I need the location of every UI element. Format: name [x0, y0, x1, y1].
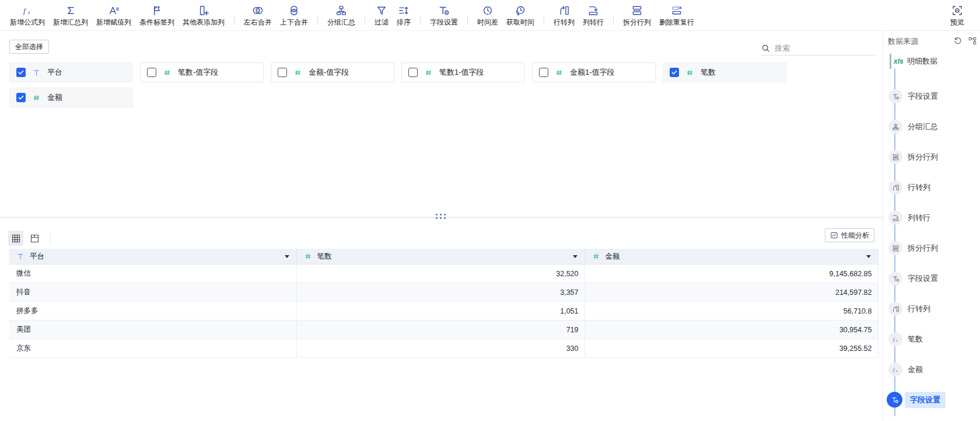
field-chip[interactable]: 笔数	[663, 62, 786, 82]
table-cell: 719	[296, 321, 584, 339]
field-chip-label: 笔数	[701, 67, 716, 78]
flow-step-col-to-row[interactable]: 列转行	[883, 210, 980, 225]
toolbar-item-label: 分组汇总	[327, 19, 355, 26]
table-cell: 9,145,682.85	[584, 265, 878, 283]
toolbar-item-label: 排序	[397, 19, 411, 26]
datasource-title: 数据来源	[888, 36, 918, 47]
flow-step-label: 拆分行列	[908, 152, 938, 162]
flow-step-formula[interactable]: fx金额	[883, 362, 980, 377]
column-header[interactable]: 笔数	[296, 249, 584, 265]
column-dropdown-caret-icon[interactable]	[866, 255, 871, 258]
search-input[interactable]	[775, 44, 876, 53]
toolbar-item-label: 新增赋值列	[96, 19, 131, 26]
toolbar-item-split-rc[interactable]: 拆分行列	[619, 3, 655, 28]
flow-step-label: 拆分行列	[908, 243, 938, 253]
column-header-label: 平台	[30, 252, 44, 262]
field-checkbox[interactable]	[278, 68, 287, 77]
toolbar-item-merge-lr[interactable]: 左右合并	[240, 3, 276, 28]
column-header[interactable]: 平台	[9, 249, 296, 265]
field-chip-label: 金额-值字段	[309, 67, 349, 78]
flow-step-split-rc[interactable]: 拆分行列	[883, 149, 980, 165]
view-toggle-grid-view[interactable]	[8, 231, 23, 246]
hash-icon	[293, 68, 302, 77]
preview-button[interactable]: 预览	[946, 3, 968, 28]
field-settings-icon	[888, 272, 902, 286]
field-selection-pane: 全部选择 平台笔数-值字段金额-值字段笔数1-值字段金额1-值字段笔数金额	[0, 31, 883, 217]
field-checkbox[interactable]	[16, 93, 26, 102]
table-cell: 30,954.75	[584, 321, 878, 339]
toolbar-item-get-time[interactable]: 获取时间	[502, 3, 538, 28]
split-rc-icon	[888, 241, 902, 255]
flow-step-label: 金额	[908, 364, 923, 375]
drag-handle-icon[interactable]	[436, 214, 446, 219]
performance-analysis-button[interactable]: 性能分析	[825, 228, 874, 242]
flow-step-field-settings[interactable]: 字段设置	[883, 392, 980, 408]
toolbar-separator	[234, 16, 235, 25]
formula-icon: fx	[888, 363, 902, 377]
table-cell: 拼多多	[9, 302, 296, 321]
field-checkbox[interactable]	[670, 68, 679, 77]
grid-view-icon	[11, 234, 21, 243]
toolbar-separator	[613, 16, 614, 25]
toolbar-item-field-settings[interactable]: 字段设置	[426, 3, 462, 28]
toolbar-item-label: 拆分行列	[623, 19, 651, 26]
toolbar-item-merge-tb[interactable]: 上下合并	[276, 3, 312, 28]
field-chip-list: 平台笔数-值字段金额-值字段笔数1-值字段金额1-值字段笔数金额	[9, 62, 803, 107]
toolbar-item-assign[interactable]: 新增赋值列	[92, 3, 135, 28]
flow-step-group-agg[interactable]: 分组汇总	[883, 119, 980, 134]
toolbar-item-col-to-row[interactable]: 列转行	[579, 3, 608, 28]
toolbar-item-filter[interactable]: 过滤	[370, 3, 393, 28]
field-chip[interactable]: 笔数-值字段	[140, 62, 264, 82]
col-to-row-icon	[587, 5, 599, 17]
flow-step-row-to-col[interactable]: 行转列	[883, 301, 980, 316]
view-toggle-layout-view[interactable]	[27, 231, 42, 246]
column-dropdown-caret-icon[interactable]	[285, 255, 289, 258]
field-chip-label: 笔数1-值字段	[439, 67, 484, 78]
field-checkbox[interactable]	[16, 68, 26, 77]
flow-step-field-settings[interactable]: 字段设置	[883, 271, 980, 286]
toolbar-item-add-column[interactable]: 其他表添加列	[178, 3, 229, 28]
column-dropdown-caret-icon[interactable]	[573, 255, 578, 258]
column-header[interactable]: 金额	[584, 249, 878, 265]
toolbar-item-label: 删除重复行	[659, 19, 694, 26]
flow-step-row-to-col[interactable]: 行转列	[883, 180, 980, 195]
toolbar-item-label: 获取时间	[506, 19, 534, 26]
flow-step-source[interactable]: xls明细数据	[883, 54, 980, 69]
flow-step-label: 列转行	[908, 213, 930, 223]
field-chip[interactable]: 金额-值字段	[271, 62, 394, 82]
svg-text:x: x	[27, 9, 30, 15]
sort-icon	[398, 5, 410, 17]
field-settings-icon	[888, 89, 902, 103]
toolbar-item-sum[interactable]: 新增汇总列	[49, 3, 92, 28]
history-icon[interactable]	[953, 36, 963, 46]
toolbar-item-flag[interactable]: 条件标签列	[135, 3, 178, 28]
field-checkbox[interactable]	[539, 68, 548, 77]
hash-icon	[555, 68, 564, 77]
toolbar-item-group-agg[interactable]: 分组汇总	[323, 3, 359, 28]
field-chip[interactable]: 金额	[9, 88, 133, 107]
field-chip[interactable]: 笔数1-值字段	[401, 62, 525, 82]
toolbar-separator	[50, 232, 51, 244]
select-all-button[interactable]: 全部选择	[9, 40, 49, 54]
preview-label: 预览	[950, 19, 964, 26]
field-chip[interactable]: 平台	[9, 62, 133, 82]
branch-icon[interactable]	[968, 36, 977, 46]
toolbar-item-dedup[interactable]: 删除重复行	[655, 3, 698, 28]
split-rc-icon	[888, 150, 902, 164]
field-checkbox[interactable]	[147, 68, 156, 77]
field-checkbox[interactable]	[408, 68, 418, 77]
toolbar-item-row-to-col[interactable]: 行转列	[550, 3, 579, 28]
field-chip[interactable]: 金额1-值字段	[532, 62, 656, 82]
toolbar-item-formula[interactable]: fx新增公式列	[6, 3, 49, 28]
table-row: 微信32,5209,145,682.85	[9, 265, 878, 283]
flow-step-split-rc[interactable]: 拆分行列	[883, 241, 980, 256]
row-to-col-icon	[558, 5, 570, 17]
performance-analysis-label: 性能分析	[841, 231, 869, 241]
flow-step-formula[interactable]: fx笔数	[883, 332, 980, 347]
toolbar-item-time-diff[interactable]: 时间差	[473, 3, 502, 28]
toolbar-item-sort[interactable]: 排序	[393, 3, 415, 28]
hash-icon	[592, 252, 600, 260]
flow-step-label: 字段设置	[908, 273, 938, 284]
flow-step-label: 行转列	[908, 304, 930, 314]
flow-step-field-settings[interactable]: 字段设置	[883, 89, 980, 104]
